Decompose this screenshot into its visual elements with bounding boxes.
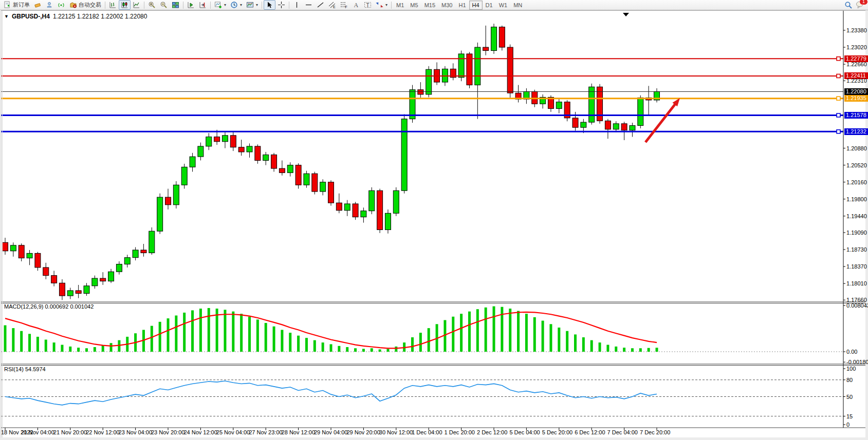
candle — [304, 174, 309, 185]
candle — [312, 174, 318, 192]
candle — [426, 69, 432, 94]
chart-shift-marker[interactable] — [623, 13, 629, 16]
candle — [238, 147, 244, 152]
candle — [638, 98, 643, 125]
candle — [499, 27, 505, 47]
line-handle-marker[interactable] — [837, 97, 840, 100]
candle — [385, 213, 391, 229]
candle — [247, 146, 252, 152]
candle — [630, 126, 635, 130]
symbol-dropdown-icon[interactable]: ▼ — [4, 14, 9, 19]
candle — [59, 283, 65, 296]
candle — [141, 250, 146, 253]
candle — [67, 291, 73, 296]
candle — [589, 87, 595, 122]
line-handle-marker[interactable] — [837, 130, 840, 133]
candle — [336, 203, 342, 211]
candle — [491, 27, 497, 51]
candle — [43, 267, 49, 276]
candle — [214, 137, 220, 142]
candle — [475, 47, 481, 85]
candle — [621, 124, 627, 130]
candle — [507, 47, 513, 93]
candle — [458, 54, 464, 78]
chart-title: ▼ GBPUSD-,H4 1.22125 1.22182 1.22002 1.2… — [4, 13, 147, 20]
candle — [401, 119, 407, 191]
line-handle-marker[interactable] — [837, 57, 840, 61]
candle — [222, 136, 228, 142]
candle — [10, 245, 16, 251]
candle — [92, 278, 98, 286]
candle — [344, 204, 350, 211]
candle — [198, 146, 204, 157]
candle — [572, 118, 578, 127]
candle — [320, 182, 326, 192]
candle — [116, 264, 122, 272]
candle — [173, 185, 179, 205]
candle — [605, 121, 611, 129]
candle — [255, 146, 261, 161]
candle — [165, 197, 171, 205]
trend-arrow[interactable] — [645, 104, 675, 142]
candle — [190, 157, 195, 167]
symbol-period-label: GBPUSD-,H4 — [12, 13, 50, 20]
candle — [369, 190, 375, 211]
candle — [418, 90, 423, 94]
candle — [133, 250, 138, 258]
candle — [76, 291, 81, 294]
chart-canvas[interactable] — [0, 0, 868, 440]
candle — [19, 245, 24, 258]
candle — [287, 165, 293, 173]
candle — [51, 276, 57, 283]
candle — [149, 231, 155, 253]
candle — [263, 155, 269, 160]
candle — [613, 124, 619, 129]
candle — [296, 165, 301, 185]
candle — [353, 204, 358, 217]
candle — [483, 47, 489, 50]
candle — [581, 122, 586, 127]
rsi-line — [5, 381, 657, 405]
candle — [361, 211, 366, 217]
candle — [27, 253, 32, 258]
candle — [181, 167, 187, 185]
candle — [108, 272, 114, 281]
candle — [556, 102, 562, 109]
line-handle-marker[interactable] — [837, 113, 840, 117]
candle — [124, 258, 130, 264]
candle — [206, 137, 212, 146]
candle — [377, 190, 383, 229]
candle — [3, 242, 8, 251]
candle — [271, 155, 277, 168]
candle — [393, 190, 399, 213]
mt4-window: 新订单 自动交易 ▾ ▾ ▾ E F A T ▾ — [0, 0, 868, 440]
candle — [35, 253, 41, 267]
candle — [230, 136, 236, 147]
line-handle-marker[interactable] — [837, 74, 840, 78]
ohlc-values: 1.22125 1.22182 1.22002 1.22080 — [53, 13, 147, 20]
candle — [328, 182, 334, 203]
candle — [157, 197, 163, 231]
candle — [279, 168, 285, 173]
candle — [100, 278, 106, 281]
candle — [84, 286, 89, 294]
